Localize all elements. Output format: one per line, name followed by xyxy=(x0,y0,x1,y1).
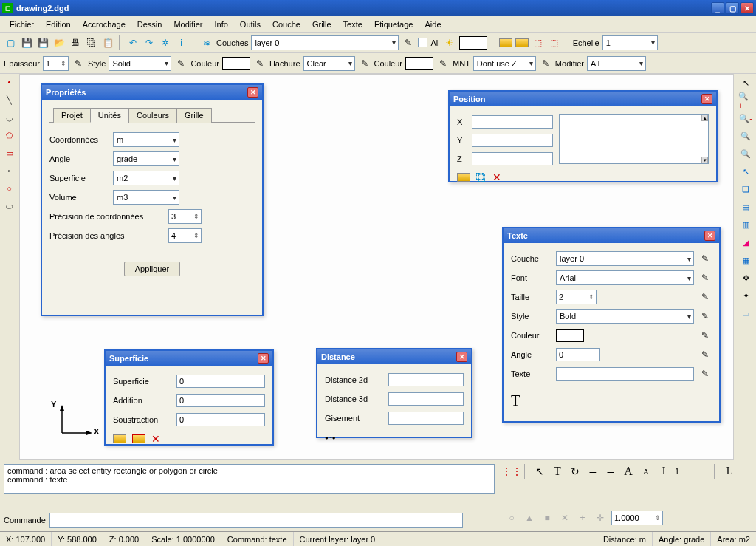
minimize-button[interactable]: _ xyxy=(711,2,724,14)
settings-icon[interactable]: ✲ xyxy=(159,36,172,50)
pen-icon[interactable]: ✎ xyxy=(698,348,712,361)
circle-icon[interactable]: ○ xyxy=(505,511,518,525)
delete-icon[interactable]: ✕ xyxy=(492,171,501,183)
menu-etiquetage[interactable]: Etiquetage xyxy=(368,18,419,31)
epaisseur-input[interactable]: 1 xyxy=(43,56,69,71)
zoom-in-icon[interactable]: 🔍+ xyxy=(738,93,753,108)
color-icon[interactable]: ▦ xyxy=(738,253,753,267)
apply-button[interactable]: Appliquer xyxy=(124,262,180,276)
undo-icon[interactable]: ↶ xyxy=(126,36,140,50)
distance-title[interactable]: Distance ✕ xyxy=(317,349,471,364)
layer-color[interactable] xyxy=(459,36,487,50)
select2-icon[interactable]: ⬚ xyxy=(548,36,561,50)
rotate-icon[interactable]: ↻ xyxy=(568,465,582,478)
plus-icon[interactable]: + xyxy=(576,511,589,525)
menu-info[interactable]: Info xyxy=(209,18,234,31)
toptext-icon[interactable]: ≡̲ xyxy=(586,465,599,478)
sel3-icon[interactable]: ▥ xyxy=(738,217,753,232)
superficie-title[interactable]: Superficie ✕ xyxy=(106,351,272,366)
arrow-icon[interactable]: ↖ xyxy=(738,75,753,90)
couleur2-box[interactable] xyxy=(405,57,433,70)
move-icon[interactable]: ✥ xyxy=(738,270,753,285)
tab-projet[interactable]: Projet xyxy=(53,108,91,123)
redo-icon[interactable]: ↷ xyxy=(142,36,156,50)
zoom-sel-icon[interactable]: 🔍 xyxy=(738,146,753,161)
pen4-icon[interactable]: ✎ xyxy=(358,57,371,70)
z-input[interactable] xyxy=(472,152,553,165)
line-tool-icon[interactable]: ╲ xyxy=(3,93,16,106)
open-icon[interactable]: 📂 xyxy=(52,36,66,50)
prec1-input[interactable]: 3 xyxy=(168,209,202,224)
x-input[interactable] xyxy=(472,115,553,129)
menu-edition[interactable]: Edition xyxy=(40,18,77,31)
layers-icon[interactable]: ≋ xyxy=(200,36,213,50)
menu-texte[interactable]: Texte xyxy=(337,18,368,31)
textstyle-combo[interactable]: Bold xyxy=(556,309,694,324)
menu-aide[interactable]: Aide xyxy=(419,18,447,31)
close-icon[interactable]: ✕ xyxy=(258,353,269,364)
cursor-I-icon[interactable]: I xyxy=(657,465,670,478)
sun-icon[interactable]: ☀ xyxy=(443,36,456,50)
copy-icon[interactable]: ⿻ xyxy=(85,36,98,50)
font-combo[interactable]: Arial xyxy=(556,270,694,285)
taille-input[interactable]: 2 xyxy=(556,290,597,304)
close-icon[interactable]: ✕ xyxy=(704,231,715,241)
shape-size-input[interactable]: 1.0000 xyxy=(611,511,663,525)
pen3-icon[interactable]: ✎ xyxy=(253,57,267,70)
textangle-input[interactable]: 0 xyxy=(556,348,600,361)
zoom-out-icon[interactable]: 🔍- xyxy=(738,111,753,126)
position-list[interactable]: ▴ ▾ xyxy=(559,114,709,164)
zoom-fit-icon[interactable]: 🔍 xyxy=(738,129,753,143)
commande-input[interactable] xyxy=(49,513,463,528)
pen-icon[interactable]: ✎ xyxy=(402,36,415,50)
arc-tool-icon[interactable]: ◡ xyxy=(3,111,16,124)
new-icon[interactable]: ▢ xyxy=(4,36,17,50)
hachure-combo[interactable]: Clear xyxy=(303,56,355,71)
pen-icon[interactable]: ✎ xyxy=(698,252,712,265)
command-history[interactable]: command : area select entity rectangle o… xyxy=(4,464,495,494)
measure-icon[interactable]: ●┄● xyxy=(325,434,336,441)
prec2-input[interactable]: 4 xyxy=(168,228,202,243)
paste-icon[interactable]: 📋 xyxy=(101,36,114,50)
pen6-icon[interactable]: ✎ xyxy=(539,57,552,70)
position-title[interactable]: Position ✕ xyxy=(450,92,716,106)
ruler-icon[interactable] xyxy=(457,173,470,182)
save-icon[interactable]: 💾 xyxy=(20,36,33,50)
text-icon[interactable]: T xyxy=(551,465,564,478)
text-tool-icon[interactable]: T xyxy=(511,392,712,409)
properties-dialog[interactable]: Propriétés ✕ Projet Unités Couleurs Gril… xyxy=(41,83,264,316)
coords-combo[interactable]: m xyxy=(113,132,179,147)
L-icon[interactable]: L xyxy=(723,465,736,478)
close-icon[interactable]: ✕ xyxy=(701,94,712,104)
smallA-icon[interactable]: A xyxy=(639,465,653,478)
pen-icon[interactable]: ✎ xyxy=(698,367,712,381)
sel2-icon[interactable]: ▤ xyxy=(738,199,753,214)
toolbar-input[interactable]: 1 xyxy=(675,467,708,476)
select-icon[interactable]: ⬚ xyxy=(532,36,545,50)
texte-dialog[interactable]: Texte ✕ Couchelayer 0✎ FontArial✎ Taille… xyxy=(502,227,721,423)
smallrect-tool-icon[interactable]: ▫ xyxy=(3,164,16,177)
grid-icon[interactable]: ⋮⋮ xyxy=(505,465,518,478)
saveall-icon[interactable]: 💾 xyxy=(36,36,49,50)
ellipse-tool-icon[interactable]: ⬭ xyxy=(3,199,16,213)
position-dialog[interactable]: Position ✕ X Y Z ⿻ ✕ ▴ ▾ xyxy=(448,90,718,182)
couche-combo[interactable]: layer 0 xyxy=(556,251,694,266)
pen-icon[interactable]: ✎ xyxy=(698,329,712,342)
ruler2-icon[interactable] xyxy=(515,38,529,47)
pen1-icon[interactable]: ✎ xyxy=(72,57,85,70)
maximize-button[interactable]: ▢ xyxy=(726,2,739,14)
distance-dialog[interactable]: Distance ✕ Distance 2d Distance 3d Gisem… xyxy=(316,348,472,438)
ruler-icon[interactable] xyxy=(113,434,126,443)
style-combo[interactable]: Solid xyxy=(109,56,171,71)
ruler-sel-icon[interactable] xyxy=(132,434,145,443)
tri-icon[interactable]: ▲ xyxy=(523,511,536,525)
delete-icon[interactable]: ✕ xyxy=(151,433,160,445)
pen2-icon[interactable]: ✎ xyxy=(174,57,188,70)
tab-couleurs[interactable]: Couleurs xyxy=(128,108,177,123)
all-checkbox[interactable] xyxy=(418,38,427,47)
pen5-icon[interactable]: ✎ xyxy=(436,57,450,70)
menu-dessin[interactable]: Dessin xyxy=(131,18,168,31)
sub-input[interactable]: 0 xyxy=(176,413,265,426)
info-icon[interactable]: i xyxy=(175,36,188,50)
cursor-icon[interactable]: ↖ xyxy=(738,164,753,179)
